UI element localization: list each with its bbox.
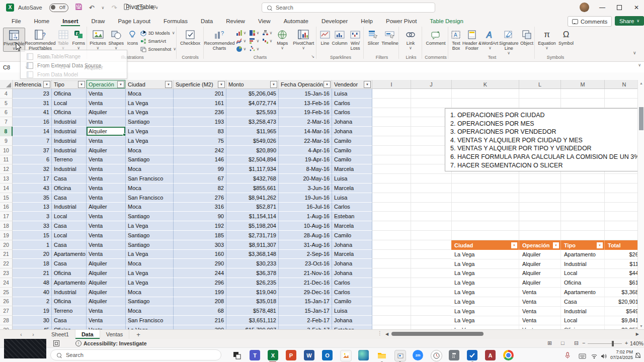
zoom-app-icon[interactable]: zm <box>413 350 423 360</box>
sparkline-column-button[interactable]: Column <box>332 28 347 46</box>
cell[interactable]: Moca <box>126 203 174 212</box>
cell[interactable]: Venta <box>87 164 126 174</box>
pivot-header-operaci-n[interactable]: Operación▼ <box>519 240 561 250</box>
cell[interactable]: Alquiler <box>87 203 126 212</box>
cell[interactable]: Venta <box>87 240 126 250</box>
cell[interactable]: $5,198,204 <box>226 221 279 231</box>
ribbon-tab-view[interactable]: View <box>252 16 277 27</box>
ribbon-tab-table-design[interactable]: Table Design <box>423 16 469 27</box>
pivot-cell[interactable]: Alquiler <box>519 250 561 259</box>
cell[interactable]: Camilo <box>332 136 372 146</box>
empty-cell[interactable] <box>372 89 411 99</box>
empty-cell[interactable] <box>411 193 452 203</box>
cell[interactable]: La Vega <box>126 136 174 146</box>
system-clock[interactable]: 7:02 PM07/24/2025 <box>607 349 633 360</box>
select-all-corner[interactable] <box>0 80 13 89</box>
cell[interactable]: Luisa <box>332 174 372 184</box>
cell[interactable]: 45 <box>13 325 52 329</box>
empty-cell[interactable] <box>452 231 519 240</box>
column-header-J[interactable]: J <box>411 80 452 89</box>
pivot-cell[interactable]: La Vega <box>451 278 519 288</box>
cell[interactable]: 13 <box>13 203 52 212</box>
cell[interactable]: $8,911,307 <box>226 240 279 250</box>
pivot-cell[interactable]: Casa <box>561 297 605 307</box>
empty-cell[interactable] <box>519 89 561 99</box>
ribbon-tab-insert[interactable]: Insert <box>56 16 85 27</box>
empty-cell[interactable] <box>561 231 605 240</box>
empty-cell[interactable] <box>519 193 561 203</box>
row-number[interactable]: 4 <box>0 89 13 99</box>
cell[interactable]: Venta <box>87 155 126 165</box>
keyboard-icon[interactable] <box>579 352 586 361</box>
empty-cell[interactable] <box>372 184 411 193</box>
filter-button-icon[interactable]: ▼ <box>43 81 50 88</box>
cell[interactable]: $20,890 <box>226 146 279 155</box>
cell[interactable]: $3,651,112 <box>226 316 279 325</box>
empty-cell[interactable] <box>372 259 411 268</box>
vertical-scrollbar[interactable]: ▲ ▼ <box>637 80 644 329</box>
pivot-cell[interactable]: La Vega <box>451 316 519 326</box>
ribbon-tab-power-pivot[interactable]: Power Pivot <box>379 16 423 27</box>
cell[interactable]: Moca <box>126 288 174 297</box>
cell[interactable]: Oficina <box>52 297 87 307</box>
pivot-cell[interactable]: Alquiler <box>519 259 561 269</box>
filter-button-icon[interactable]: ▼ <box>165 81 172 88</box>
cell[interactable]: Industrial <box>52 127 87 136</box>
object-button[interactable]: Object <box>519 28 534 46</box>
new-comment-button[interactable]: Comment <box>424 28 448 46</box>
outlook-icon[interactable]: O <box>322 350 333 360</box>
cell[interactable]: 1 <box>13 240 52 250</box>
cell[interactable]: 19 <box>13 306 52 316</box>
waterfall-chart-button[interactable]: ∨ <box>261 37 274 45</box>
zoom-slider-thumb[interactable] <box>612 341 614 346</box>
cell[interactable]: 7 <box>13 136 52 146</box>
empty-cell[interactable] <box>519 174 561 184</box>
cell[interactable]: 21 <box>13 268 52 278</box>
cell[interactable]: 32 <box>13 164 52 174</box>
word-icon[interactable]: W <box>304 350 314 360</box>
cell[interactable]: 15-Jan-17 <box>279 297 332 307</box>
pivot-cell[interactable]: Local <box>561 269 605 279</box>
empty-cell[interactable] <box>372 288 411 297</box>
user-avatar[interactable] <box>580 3 589 12</box>
ribbon-tab-file[interactable]: File <box>5 16 28 27</box>
pivot-cell[interactable]: Oficina <box>561 325 605 329</box>
empty-cell[interactable] <box>519 212 561 221</box>
cell[interactable]: Venta <box>87 184 126 193</box>
column-header-M[interactable]: M <box>561 80 605 89</box>
filter-button-icon[interactable]: ▼ <box>270 81 277 88</box>
empty-cell[interactable] <box>561 193 605 203</box>
cell[interactable]: 290 <box>174 259 226 268</box>
cell[interactable]: 3 <box>13 212 52 221</box>
cell[interactable]: Casa <box>52 221 87 231</box>
scroll-up-icon[interactable]: ▲ <box>638 81 644 85</box>
expand-formula-bar-icon[interactable]: ∨ <box>638 63 641 67</box>
cell[interactable]: $8,941,262 <box>226 193 279 203</box>
empty-cell[interactable] <box>372 297 411 307</box>
cell[interactable]: Johana <box>332 316 372 325</box>
minimize-button[interactable]: — <box>595 0 610 15</box>
pie-chart-button[interactable]: ∨ <box>234 45 248 53</box>
cell[interactable]: $11,965 <box>226 127 279 136</box>
cell[interactable]: $855,661 <box>226 184 279 193</box>
cell[interactable]: 15-Jan-17 <box>279 306 332 316</box>
cell[interactable]: 37 <box>13 146 52 155</box>
cell[interactable]: Esteban <box>332 212 372 221</box>
row-number[interactable]: 20 <box>0 240 13 250</box>
cell[interactable]: Terreno <box>52 306 87 316</box>
scatter-chart-button[interactable]: ∨ <box>248 45 261 53</box>
cell[interactable]: La Vega <box>126 325 174 329</box>
cell[interactable]: 201 <box>174 89 226 99</box>
cell[interactable]: 40 <box>13 288 52 297</box>
cell[interactable]: Apartamento <box>52 278 87 288</box>
pivot-header-tipo[interactable]: Tipo▼ <box>561 240 605 250</box>
cell[interactable]: 4-Apr-16 <box>279 146 332 155</box>
pivot-cell[interactable]: Venta <box>519 288 561 297</box>
cell[interactable]: Industrial <box>52 288 87 297</box>
empty-cell[interactable] <box>452 212 519 221</box>
cell[interactable]: 48 <box>13 278 52 288</box>
row-number[interactable]: 12 <box>0 164 13 174</box>
row-number[interactable]: 26 <box>0 297 13 307</box>
row-number[interactable]: 25 <box>0 288 13 297</box>
cell[interactable]: 216 <box>174 316 226 325</box>
